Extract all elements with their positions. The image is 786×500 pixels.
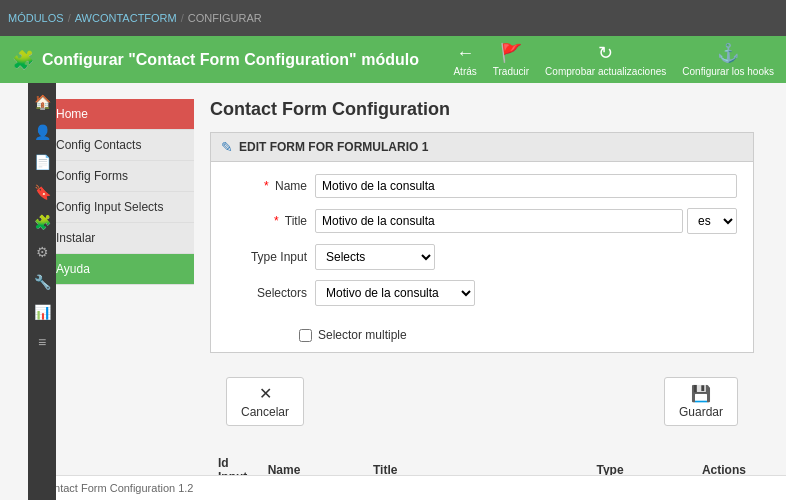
main-wrapper: 🏠 👤 📄 🔖 🧩 ⚙ 🔧 📊 ≡ Home Config Contacts C… bbox=[28, 83, 786, 500]
sidebar-icon-wrench[interactable]: 🔧 bbox=[31, 271, 53, 293]
edit-form-panel: ✎ EDIT FORM FOR FORMULARIO 1 * Name bbox=[210, 132, 754, 353]
back-label: Atrás bbox=[453, 66, 476, 77]
sidebar-icon-tag[interactable]: 🔖 bbox=[31, 181, 53, 203]
title-required-star: * bbox=[274, 214, 279, 228]
name-required-star: * bbox=[264, 179, 269, 193]
btn-row: ✕ Cancelar 💾 Guardar bbox=[210, 369, 754, 434]
sidebar-icon-user[interactable]: 👤 bbox=[31, 121, 53, 143]
header: 🧩 Configurar "Contact Form Configuration… bbox=[0, 36, 786, 83]
header-title: Configurar "Contact Form Configuration" … bbox=[42, 51, 419, 69]
title-label: * Title bbox=[227, 214, 307, 228]
cancel-button[interactable]: ✕ Cancelar bbox=[226, 377, 304, 426]
selector-multiple-label: Selector multiple bbox=[318, 328, 407, 342]
nav-item-config-forms[interactable]: Config Forms bbox=[44, 161, 194, 192]
right-content: Contact Form Configuration ✎ EDIT FORM F… bbox=[194, 99, 770, 500]
check-updates-button[interactable]: ↻ Comprobar actualizaciones bbox=[545, 42, 666, 77]
type-input-col: Selects Text Checkbox Label Image Select… bbox=[315, 244, 737, 270]
type-input-label: Type Input bbox=[227, 250, 307, 264]
translate-button[interactable]: 🚩 Traducir bbox=[493, 42, 529, 77]
edit-pencil-icon: ✎ bbox=[221, 139, 233, 155]
nav-item-instalar[interactable]: Instalar bbox=[44, 223, 194, 254]
top-bar: MÓDULOS / AWCONTACTFORM / CONFIGURAR bbox=[0, 0, 786, 36]
header-action-buttons: ← Atrás 🚩 Traducir ↻ Comprobar actualiza… bbox=[453, 42, 774, 77]
sidebar-icon-doc[interactable]: 📄 bbox=[31, 151, 53, 173]
edit-form-header: ✎ EDIT FORM FOR FORMULARIO 1 bbox=[211, 133, 753, 162]
selector-multiple-row: Selector multiple bbox=[299, 328, 753, 342]
edit-form-header-text: EDIT FORM FOR FORMULARIO 1 bbox=[239, 140, 428, 154]
anchor-icon: ⚓ bbox=[717, 42, 739, 64]
save-button[interactable]: 💾 Guardar bbox=[664, 377, 738, 426]
config-hooks-button[interactable]: ⚓ Configurar los hooks bbox=[682, 42, 774, 77]
breadcrumb: MÓDULOS / AWCONTACTFORM / CONFIGURAR bbox=[8, 12, 778, 24]
back-button[interactable]: ← Atrás bbox=[453, 43, 476, 77]
left-nav: Home Config Contacts Config Forms Config… bbox=[44, 99, 194, 500]
sidebar-icon-chart[interactable]: 📊 bbox=[31, 301, 53, 323]
left-sidebar: 🏠 👤 📄 🔖 🧩 ⚙ 🔧 📊 ≡ bbox=[28, 83, 56, 500]
footer-text: Contact Form Configuration 1.2 bbox=[40, 482, 193, 494]
nav-item-home[interactable]: Home bbox=[44, 99, 194, 130]
check-updates-label: Comprobar actualizaciones bbox=[545, 66, 666, 77]
translate-icon: 🚩 bbox=[500, 42, 522, 64]
sep2: / bbox=[181, 12, 184, 24]
sidebar-icon-puzzle[interactable]: 🧩 bbox=[31, 211, 53, 233]
save-icon: 💾 bbox=[691, 384, 711, 403]
breadcrumb-awcontactform[interactable]: AWCONTACTFORM bbox=[75, 12, 177, 24]
sidebar-icon-home[interactable]: 🏠 bbox=[31, 91, 53, 113]
page-footer: Contact Form Configuration 1.2 bbox=[28, 475, 786, 500]
selectors-label: Selectors bbox=[227, 286, 307, 300]
form-body: * Name * Title bbox=[211, 162, 753, 328]
selectors-select[interactable]: Motivo de la consulta bbox=[315, 280, 475, 306]
nav-item-ayuda[interactable]: Ayuda bbox=[44, 254, 194, 285]
title-input-col: es en bbox=[315, 208, 737, 234]
type-input-select[interactable]: Selects Text Checkbox Label Image Select… bbox=[315, 244, 435, 270]
config-hooks-label: Configurar los hooks bbox=[682, 66, 774, 77]
lang-select[interactable]: es en bbox=[687, 208, 737, 234]
breadcrumb-modulos[interactable]: MÓDULOS bbox=[8, 12, 64, 24]
breadcrumb-configurar: CONFIGURAR bbox=[188, 12, 262, 24]
content-area: Home Config Contacts Config Forms Config… bbox=[28, 83, 786, 500]
refresh-icon: ↻ bbox=[598, 42, 613, 64]
name-row: * Name bbox=[227, 174, 737, 198]
nav-item-config-input-selects[interactable]: Config Input Selects bbox=[44, 192, 194, 223]
section-title: Contact Form Configuration bbox=[210, 99, 754, 120]
name-input-col bbox=[315, 174, 737, 198]
back-icon: ← bbox=[456, 43, 474, 64]
cancel-icon: ✕ bbox=[259, 384, 272, 403]
selector-multiple-checkbox[interactable] bbox=[299, 329, 312, 342]
sidebar-icon-gear[interactable]: ⚙ bbox=[31, 241, 53, 263]
translate-label: Traducir bbox=[493, 66, 529, 77]
name-input[interactable] bbox=[315, 174, 737, 198]
sidebar-icon-menu[interactable]: ≡ bbox=[31, 331, 53, 353]
selectors-row: Selectors Motivo de la consulta bbox=[227, 280, 737, 306]
header-title-wrap: 🧩 Configurar "Contact Form Configuration… bbox=[12, 49, 419, 71]
name-label: * Name bbox=[227, 179, 307, 193]
puzzle-icon: 🧩 bbox=[12, 49, 34, 71]
selectors-input-col: Motivo de la consulta bbox=[315, 280, 737, 306]
type-input-row: Type Input Selects Text Checkbox Label I… bbox=[227, 244, 737, 270]
title-row: * Title es en bbox=[227, 208, 737, 234]
sep1: / bbox=[68, 12, 71, 24]
title-input[interactable] bbox=[315, 209, 683, 233]
nav-item-config-contacts[interactable]: Config Contacts bbox=[44, 130, 194, 161]
